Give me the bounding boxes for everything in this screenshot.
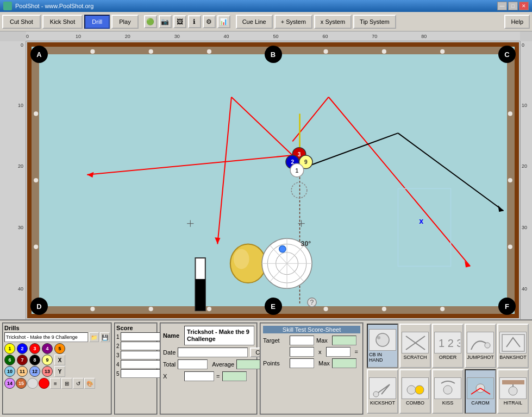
tip-system-button[interactable]: Tip System <box>353 15 396 29</box>
bankshot-icon <box>499 332 527 353</box>
shot-types-panel: CB IN HAND SCRATCH 1 2 3 ORDER <box>366 323 530 415</box>
total-row: Total Average <box>163 359 254 369</box>
drill-folder-icon[interactable]: 📁 <box>89 332 99 342</box>
ball-15[interactable]: 15 <box>16 378 27 389</box>
x-input[interactable] <box>184 371 214 381</box>
ball-8[interactable]: 8 <box>29 355 40 365</box>
kick-shot-button[interactable]: Kick Shot <box>42 15 83 29</box>
ball-10[interactable]: 10 <box>4 366 15 377</box>
hitrail-icon <box>499 377 527 399</box>
x-axis-button[interactable]: X <box>54 355 65 365</box>
help-button[interactable]: Help <box>504 15 530 29</box>
svg-point-37 <box>308 298 316 307</box>
pocket-e-label: E <box>265 298 282 315</box>
ball-6[interactable]: 6 <box>4 355 15 365</box>
date-input[interactable] <box>178 348 248 357</box>
drill-button[interactable]: Drill <box>84 15 110 29</box>
title-bar: PoolShot - www.PoolShot.org — □ ✕ <box>0 0 532 12</box>
skill-points-row: Points Max <box>263 358 360 368</box>
power-icon[interactable]: 🟢 <box>144 15 157 28</box>
equals-label: = <box>216 373 220 380</box>
main-area: 0 10 20 30 40 50 60 70 80 0 10 20 30 40 … <box>0 31 532 319</box>
ball-3[interactable]: 3 <box>29 343 40 354</box>
ball-red[interactable] <box>39 378 49 389</box>
svg-rect-39 <box>398 188 450 266</box>
cue-line-button[interactable]: Cue Line <box>236 15 273 29</box>
table-icon[interactable]: ⊞ <box>61 378 72 389</box>
date-label: Date <box>163 349 176 356</box>
average-input[interactable] <box>236 359 261 369</box>
carom-label: CAROM <box>471 400 490 406</box>
total-label: Total <box>163 361 176 368</box>
ball-4[interactable]: 4 <box>42 343 53 354</box>
ball-9[interactable]: 9 <box>42 355 53 365</box>
rotate-icon[interactable]: ↺ <box>73 378 84 389</box>
cushion-left <box>32 58 39 303</box>
carom-button[interactable]: CAROM <box>465 369 496 414</box>
cb-in-hand-button[interactable]: CB IN HAND <box>367 324 398 368</box>
play-button[interactable]: Play <box>111 15 138 29</box>
total-input[interactable] <box>178 359 208 369</box>
hitrail-button[interactable]: HITRAIL <box>497 369 529 414</box>
ball-14[interactable]: 14 <box>4 378 15 389</box>
cb-in-hand-icon <box>369 329 396 351</box>
cushion-right <box>507 58 515 303</box>
scratch-button[interactable]: SCRATCH <box>399 324 431 368</box>
score-row-3: 3 <box>116 351 155 359</box>
pocket-b-label: B <box>265 46 282 63</box>
svg-line-34 <box>398 133 503 211</box>
svg-point-50 <box>230 244 266 283</box>
pocket-c-label: C <box>498 46 516 63</box>
points-max-input[interactable] <box>332 358 356 368</box>
max-input[interactable] <box>332 336 356 345</box>
average-label: Average <box>212 361 234 368</box>
svg-rect-77 <box>502 380 524 384</box>
result-input[interactable] <box>222 371 247 381</box>
color-grid-icon[interactable]: 🎨 <box>84 378 95 389</box>
drill-name-field: Trickshot - Make the 9 Challenge <box>4 332 88 342</box>
photo-icon[interactable]: 🖼 <box>173 15 186 28</box>
list-icon[interactable]: ≡ <box>50 378 61 389</box>
camera-icon[interactable]: 📷 <box>159 15 172 28</box>
settings-icon[interactable]: ⚙ <box>203 15 216 28</box>
close-button[interactable]: ✕ <box>519 2 529 10</box>
plus-system-button[interactable]: + System <box>274 15 312 29</box>
jumpshot-button[interactable]: JUMPSHOT <box>465 324 496 368</box>
kickshot-button[interactable]: KICKSHOT <box>367 369 398 414</box>
cut-shot-button[interactable]: Cut Shot <box>2 15 41 29</box>
ball-12[interactable]: 12 <box>29 366 40 377</box>
bottom-panel: Drills Trickshot - Make the 9 Challenge … <box>0 319 532 417</box>
bankshot-label: BANKSHOT <box>499 355 527 360</box>
x-system-button[interactable]: x System <box>314 15 352 29</box>
svg-point-73 <box>443 386 452 394</box>
minimize-button[interactable]: — <box>497 2 507 10</box>
drill-name-display: Trickshot - Make the 9 Challenge <box>184 326 254 345</box>
svg-rect-61 <box>195 258 205 311</box>
ball-13[interactable]: 13 <box>42 366 53 377</box>
ball-5[interactable]: 5 <box>54 343 65 354</box>
points-max-label: Max <box>318 360 330 367</box>
ball-1[interactable]: 1 <box>4 343 15 354</box>
ball-11[interactable]: 11 <box>17 366 28 377</box>
info-icon[interactable]: ℹ <box>188 15 201 28</box>
target-input[interactable] <box>290 336 314 345</box>
combo-button[interactable]: COMBO <box>399 369 431 414</box>
kiss-button[interactable]: KISS <box>432 369 464 414</box>
x-row: X = <box>163 371 254 381</box>
maximize-button[interactable]: □ <box>508 2 518 10</box>
multiplier-input[interactable] <box>326 347 351 357</box>
chart-icon[interactable]: 📊 <box>217 15 230 28</box>
svg-line-26 <box>231 97 292 155</box>
svg-marker-35 <box>498 205 503 212</box>
drill-save-icon[interactable]: 💾 <box>100 332 110 342</box>
kickshot-icon <box>369 377 396 399</box>
ball-7[interactable]: 7 <box>17 355 28 365</box>
bankshot-button[interactable]: BANKSHOT <box>497 324 529 368</box>
table-surface[interactable]: A B C D E F <box>27 42 519 318</box>
ball-2[interactable]: 2 <box>17 343 28 354</box>
x-score-input[interactable] <box>290 347 314 357</box>
points-input[interactable] <box>290 358 314 368</box>
ball-extra[interactable] <box>27 378 38 389</box>
order-button[interactable]: 1 2 3 ORDER <box>432 324 464 368</box>
y-axis-button[interactable]: Y <box>54 366 65 377</box>
